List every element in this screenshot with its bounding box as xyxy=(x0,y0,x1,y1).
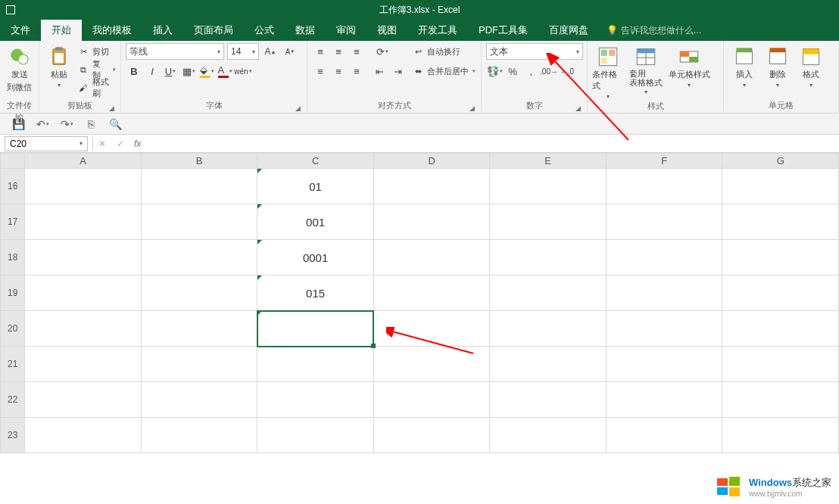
cell-E23[interactable] xyxy=(490,418,607,453)
font-size-combo[interactable]: 14▾ xyxy=(227,43,259,60)
cell-B20[interactable] xyxy=(141,311,257,347)
tab-insert[interactable]: 插入 xyxy=(142,20,183,41)
cell-B16[interactable] xyxy=(141,169,257,204)
cell-D22[interactable] xyxy=(373,382,490,418)
cell-B17[interactable] xyxy=(141,204,257,240)
tab-data[interactable]: 数据 xyxy=(285,20,326,41)
formula-input[interactable] xyxy=(145,136,839,151)
align-center-button[interactable]: ≡ xyxy=(330,63,347,79)
cell-G21[interactable] xyxy=(722,347,839,382)
cell-C22[interactable] xyxy=(257,382,374,418)
cell-F23[interactable] xyxy=(606,418,722,453)
insert-cells-button[interactable]: 插入▾ xyxy=(728,43,760,89)
send-to-wechat-button[interactable]: 发送 到微信 xyxy=(5,43,34,93)
align-bottom-button[interactable]: ≡ xyxy=(348,43,365,60)
cell-C20[interactable] xyxy=(257,311,374,347)
cell-A22[interactable] xyxy=(25,382,142,418)
font-color-button[interactable]: A▾ xyxy=(217,63,233,79)
undo-button[interactable]: ↶▾ xyxy=(35,117,50,132)
wrap-text-button[interactable]: ↩自动换行 xyxy=(412,43,476,60)
number-dialog-launcher[interactable]: ◢ xyxy=(573,102,582,111)
decrease-decimal-button[interactable]: ←.0 xyxy=(559,63,575,79)
align-left-button[interactable]: ≡ xyxy=(312,63,329,79)
cell-F19[interactable] xyxy=(606,275,722,311)
decrease-font-button[interactable]: A▼ xyxy=(282,43,298,60)
cell-C18[interactable]: 0001 xyxy=(257,240,374,275)
decrease-indent-button[interactable]: ⇤ xyxy=(371,63,388,79)
tab-pdf[interactable]: PDF工具集 xyxy=(468,20,538,41)
name-box[interactable]: C20▾ xyxy=(5,136,88,151)
align-dialog-launcher[interactable]: ◢ xyxy=(467,102,476,111)
increase-decimal-button[interactable]: .00→ xyxy=(541,63,557,79)
col-header-E[interactable]: E xyxy=(490,154,607,169)
tell-me[interactable]: 💡 告诉我您想做什么... xyxy=(607,20,701,41)
comma-format-button[interactable]: , xyxy=(522,63,539,79)
qat-btn-1[interactable]: ⎘ xyxy=(83,117,98,132)
delete-cells-button[interactable]: 删除▾ xyxy=(762,43,794,89)
cell-B23[interactable] xyxy=(141,418,257,453)
cell-G16[interactable] xyxy=(722,169,839,204)
cell-F22[interactable] xyxy=(606,382,722,418)
row-header-23[interactable]: 23 xyxy=(1,418,25,453)
cell-E19[interactable] xyxy=(490,275,607,311)
cell-E17[interactable] xyxy=(490,204,607,240)
cell-A21[interactable] xyxy=(25,347,142,382)
cell-A23[interactable] xyxy=(25,418,142,453)
tab-view[interactable]: 视图 xyxy=(366,20,407,41)
format-cells-button[interactable]: 格式▾ xyxy=(795,43,827,89)
increase-indent-button[interactable]: ⇥ xyxy=(389,63,406,79)
col-header-A[interactable]: A xyxy=(25,154,142,169)
tab-review[interactable]: 审阅 xyxy=(326,20,366,41)
cell-B19[interactable] xyxy=(141,275,257,311)
cell-D21[interactable] xyxy=(373,347,490,382)
row-header-21[interactable]: 21 xyxy=(1,347,25,382)
tab-mytemplates[interactable]: 我的模板 xyxy=(82,20,142,41)
accounting-format-button[interactable]: 💱▾ xyxy=(486,63,503,79)
cell-C23[interactable] xyxy=(257,418,374,453)
cell-G19[interactable] xyxy=(722,275,839,311)
row-header-18[interactable]: 18 xyxy=(1,240,25,275)
cell-D23[interactable] xyxy=(373,418,490,453)
format-as-table-button[interactable]: 套用 表格格式▾ xyxy=(625,43,666,95)
border-button[interactable]: ▦▾ xyxy=(180,63,197,79)
format-painter-button[interactable]: 🖌格式刷 xyxy=(77,79,116,96)
align-middle-button[interactable]: ≡ xyxy=(330,43,347,60)
tab-file[interactable]: 文件 xyxy=(0,20,41,41)
cell-styles-button[interactable]: 单元格样式▾ xyxy=(668,43,710,89)
bold-button[interactable]: B xyxy=(126,63,142,79)
cell-A20[interactable] xyxy=(25,311,142,347)
underline-button[interactable]: U▾ xyxy=(162,63,179,79)
row-header-17[interactable]: 17 xyxy=(1,204,25,240)
tab-pagelayout[interactable]: 页面布局 xyxy=(183,20,244,41)
conditional-format-button[interactable]: 条件格式▾ xyxy=(592,43,624,100)
percent-format-button[interactable]: % xyxy=(504,63,521,79)
cut-button[interactable]: ✂剪切 xyxy=(77,43,116,60)
redo-button[interactable]: ↷▾ xyxy=(59,117,74,132)
cell-F16[interactable] xyxy=(606,169,722,204)
fx-icon[interactable]: fx xyxy=(129,138,145,149)
row-header-20[interactable]: 20 xyxy=(1,311,25,347)
col-header-G[interactable]: G xyxy=(722,154,839,169)
col-header-B[interactable]: B xyxy=(141,154,257,169)
qat-btn-2[interactable]: 🔍 xyxy=(108,117,123,132)
row-header-19[interactable]: 19 xyxy=(1,275,25,311)
cell-E16[interactable] xyxy=(490,169,607,204)
col-header-C[interactable]: C xyxy=(257,154,374,169)
align-top-button[interactable]: ≡ xyxy=(312,43,329,60)
merge-center-button[interactable]: ⬌合并后居中▾ xyxy=(412,63,476,79)
cell-G17[interactable] xyxy=(722,204,839,240)
cell-C17[interactable]: 001 xyxy=(257,204,374,240)
cell-G18[interactable] xyxy=(722,240,839,275)
cell-A16[interactable] xyxy=(25,169,142,204)
enter-formula-button[interactable]: ✓ xyxy=(111,138,129,149)
cell-C16[interactable]: 01 xyxy=(257,169,374,204)
cancel-formula-button[interactable]: ✕ xyxy=(93,138,111,149)
cell-F17[interactable] xyxy=(606,204,722,240)
font-name-combo[interactable]: 等线▾ xyxy=(126,43,224,60)
orientation-button[interactable]: ⟳▾ xyxy=(371,43,394,60)
row-header-22[interactable]: 22 xyxy=(1,382,25,418)
tab-netdisk[interactable]: 百度网盘 xyxy=(538,20,599,41)
cell-A19[interactable] xyxy=(25,275,142,311)
cell-A17[interactable] xyxy=(25,204,142,240)
copy-button[interactable]: ⧉复制▾ xyxy=(77,61,116,78)
